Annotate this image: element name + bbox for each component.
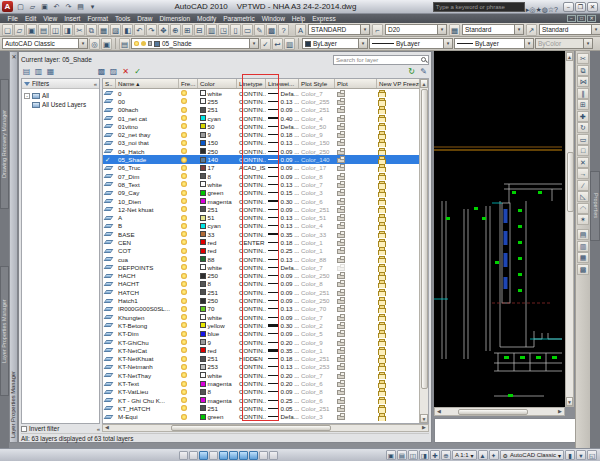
menu-edit[interactable]: Edit	[21, 15, 39, 22]
layer-search-box[interactable]: Search for layer	[333, 55, 429, 65]
stretch-icon[interactable]: □	[577, 145, 589, 156]
new-layer-vp-frozen-icon[interactable]: ▨	[108, 66, 119, 77]
chevron-down-icon[interactable]: ▾	[360, 25, 369, 34]
plot-cell[interactable]	[335, 388, 377, 396]
plot-cell[interactable]	[335, 346, 377, 354]
color-cell[interactable]: 255	[198, 97, 237, 105]
chevron-down-icon[interactable]: ▾	[437, 25, 446, 34]
new-vp-freeze-cell[interactable]	[377, 379, 419, 387]
layer-properties-manager-icon[interactable]: ▤	[119, 38, 130, 50]
plot-preview-icon[interactable]: ◫	[50, 24, 61, 36]
toolbar-lock-icon[interactable]: ▮	[565, 450, 575, 460]
copy-icon[interactable]: ⧉	[577, 65, 589, 76]
scroll-left-icon[interactable]: ◀	[435, 408, 443, 416]
doc-restore-button[interactable]: □	[577, 15, 586, 22]
new-vp-freeze-cell[interactable]	[377, 247, 419, 255]
new-vp-freeze-cell[interactable]	[377, 355, 419, 363]
menu-express[interactable]: Express	[309, 15, 339, 22]
freeze-cell[interactable]	[179, 272, 198, 280]
color-combo[interactable]: ByLayer ▾	[302, 38, 368, 49]
color-cell[interactable]: 33	[198, 230, 237, 238]
new-vp-freeze-cell[interactable]	[377, 413, 419, 421]
column-header-fre[interactable]: Fre...	[179, 79, 198, 88]
new-vp-freeze-cell[interactable]	[377, 371, 419, 379]
color-cell[interactable]: 250	[198, 272, 237, 280]
plot-cell[interactable]	[335, 205, 377, 213]
trim-icon[interactable]: ✕	[577, 157, 589, 168]
plot-cell[interactable]	[335, 213, 377, 221]
plot-cell[interactable]	[335, 404, 377, 412]
layer-lock-icon[interactable]: ▩	[577, 264, 589, 275]
new-group-filter-icon[interactable]: ▥	[33, 66, 44, 77]
freeze-cell[interactable]	[179, 213, 198, 221]
color-cell[interactable]: white	[198, 89, 237, 97]
color-cell[interactable]: yellow	[198, 321, 237, 329]
menu-dimension[interactable]: Dimension	[156, 15, 194, 22]
multileader-style-combo[interactable]: Standard▾	[539, 24, 600, 35]
clean-screen-icon[interactable]: ◱	[587, 450, 597, 460]
plot-cell[interactable]	[335, 305, 377, 313]
tool-palettes-icon[interactable]: ▯	[230, 24, 241, 36]
plot-cell[interactable]	[335, 371, 377, 379]
snap-toggle[interactable]	[179, 451, 188, 460]
doc-minimize-button[interactable]: −	[567, 15, 576, 22]
freeze-cell[interactable]	[179, 89, 198, 97]
color-cell[interactable]: 251	[198, 106, 237, 114]
palette-title-bar[interactable]: ✕ Layer Properties Manager	[9, 51, 18, 443]
workspace-settings-icon[interactable]: ◎	[89, 38, 100, 50]
chevron-down-icon[interactable]: ▾	[78, 39, 87, 48]
color-cell[interactable]: 150	[198, 139, 237, 147]
save-icon[interactable]: ▣	[39, 1, 50, 12]
text-style-combo-icon[interactable]: A	[295, 24, 306, 36]
new-vp-freeze-cell[interactable]	[377, 321, 419, 329]
erase-icon[interactable]: ✂	[577, 53, 589, 64]
color-cell[interactable]: red	[198, 247, 237, 255]
chevron-down-icon[interactable]: ▾	[591, 25, 600, 34]
color-cell[interactable]: red	[198, 238, 237, 246]
plot-cell[interactable]	[335, 189, 377, 197]
chevron-down-icon[interactable]: ▾	[514, 25, 523, 34]
lwt-toggle[interactable]	[259, 451, 268, 460]
freeze-cell[interactable]	[179, 106, 198, 114]
scroll-down-icon[interactable]: ▼	[420, 414, 428, 423]
dim-style-combo-icon[interactable]: ⌐	[372, 24, 383, 36]
fillet-icon[interactable]: ◠	[577, 203, 589, 214]
new-icon[interactable]: ▢	[2, 24, 13, 36]
otrack-toggle[interactable]	[229, 451, 238, 460]
array-icon[interactable]: ⊞	[577, 99, 589, 110]
properties-icon[interactable]: ▥	[206, 24, 217, 36]
chevron-down-icon[interactable]: ▾	[249, 39, 258, 48]
freeze-cell[interactable]	[179, 363, 198, 371]
new-vp-freeze-cell[interactable]	[377, 404, 419, 412]
freeze-cell[interactable]	[179, 305, 198, 313]
color-cell[interactable]: magenta	[198, 396, 237, 404]
workspace-save-icon[interactable]: ▣	[101, 38, 112, 50]
plot-icon[interactable]: ▤	[75, 1, 86, 12]
freeze-cell[interactable]	[179, 122, 198, 130]
plot-cell[interactable]	[335, 379, 377, 387]
chevron-down-icon[interactable]: ▾	[358, 39, 367, 48]
plot-cell[interactable]	[335, 97, 377, 105]
pan-icon[interactable]: ✥	[158, 24, 169, 36]
redo-icon[interactable]: ↷	[146, 24, 157, 36]
new-vp-freeze-cell[interactable]	[377, 172, 419, 180]
menu-insert[interactable]: Insert	[61, 15, 84, 22]
tree-item-all[interactable]: -All	[23, 91, 98, 100]
new-vp-freeze-cell[interactable]	[377, 164, 419, 172]
layer-states-icon[interactable]: ▥	[284, 38, 295, 50]
plot-cell[interactable]	[335, 296, 377, 304]
layout-icon[interactable]: ▤	[397, 450, 407, 460]
multileader-style-combo-icon[interactable]: ↗	[526, 24, 537, 36]
freeze-cell[interactable]	[179, 197, 198, 205]
plot-cell[interactable]	[335, 321, 377, 329]
column-header-plot[interactable]: Plot	[335, 79, 377, 88]
color-cell[interactable]: 51	[198, 213, 237, 221]
freeze-cell[interactable]	[179, 338, 198, 346]
color-cell[interactable]: 8	[198, 280, 237, 288]
status-flyout-icon[interactable]: ▾	[576, 450, 586, 460]
sheet-set-manager-icon[interactable]: ▭	[242, 24, 253, 36]
menu-view[interactable]: View	[40, 15, 61, 22]
text-style-combo[interactable]: STANDARD▾	[308, 24, 370, 35]
zoom-previous-icon[interactable]: ⊟	[194, 24, 205, 36]
layer-states-manager-icon[interactable]: ▦	[45, 66, 56, 77]
